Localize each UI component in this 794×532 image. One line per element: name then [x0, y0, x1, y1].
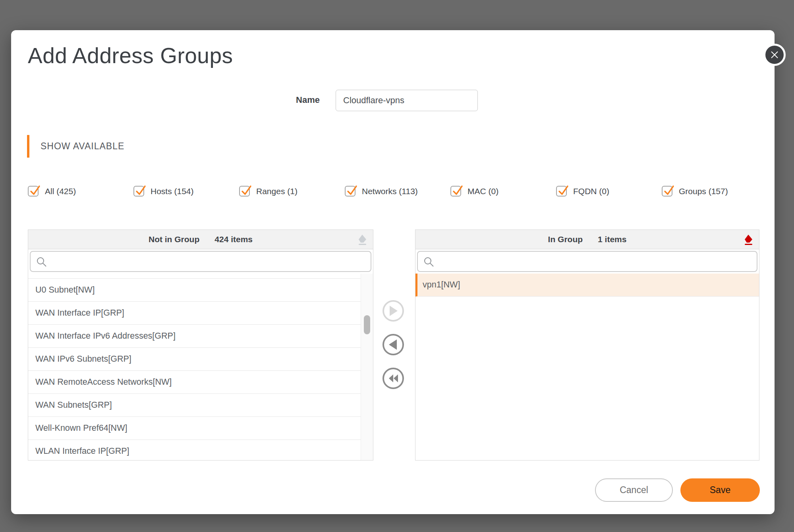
in-group-count: 1 items: [598, 235, 626, 244]
checkmark-icon: [557, 185, 570, 197]
not-in-group-body: U0 Subnet[NW] WAN Interface IP[GRP] WAN …: [28, 249, 373, 461]
list-item[interactable]: WAN Subnets[GRP]: [28, 394, 361, 417]
in-group-body: vpn1[NW]: [415, 249, 759, 461]
name-input[interactable]: [336, 90, 478, 111]
checkbox[interactable]: [556, 186, 567, 197]
filter-checkbox-item[interactable]: Networks (113): [345, 185, 450, 198]
move-all-left-button[interactable]: [383, 368, 404, 389]
list-item-label: Well-Known Pref64[NW]: [35, 423, 127, 433]
type-filter-row: All (425) Hosts (154) Ranges (1): [28, 185, 767, 198]
list-item[interactable]: WAN IPv6 Subnets[GRP]: [28, 348, 361, 371]
list-item-label: U0 Subnet[NW]: [35, 285, 95, 295]
eraser-icon: [743, 234, 753, 245]
in-group-searchbox: [417, 251, 757, 272]
screen-overlay: { "colors": { "accent": "#F8821F", "acce…: [0, 0, 794, 532]
not-in-group-search-input[interactable]: [31, 252, 371, 271]
list-item[interactable]: WLAN Interface IP[GRP]: [28, 440, 361, 460]
clear-not-in-group-button[interactable]: [357, 234, 367, 245]
list-item-label: WAN Subnets[GRP]: [35, 400, 112, 410]
checkbox[interactable]: [662, 186, 672, 197]
arrow-right-icon: [388, 305, 398, 316]
in-group-header: In Group 1 items: [415, 229, 759, 249]
vertical-scrollbar-track[interactable]: [361, 274, 373, 460]
list-item-label: vpn1[NW]: [423, 280, 460, 290]
list-item-label: WAN Interface IPv6 Addresses[GRP]: [35, 331, 176, 341]
double-arrow-left-icon: [388, 374, 399, 383]
checkbox[interactable]: [133, 186, 144, 197]
filter-label: Networks (113): [362, 185, 418, 198]
section-accent-bar: [27, 135, 29, 158]
filter-label: FQDN (0): [573, 185, 609, 198]
checkbox[interactable]: [28, 186, 39, 197]
in-group-list: vpn1[NW]: [415, 274, 759, 460]
checkmark-icon: [346, 185, 359, 197]
filter-label: Ranges (1): [256, 185, 298, 198]
filter-checkbox-item[interactable]: FQDN (0): [556, 185, 662, 198]
checkbox[interactable]: [450, 186, 461, 197]
cancel-button[interactable]: Cancel: [595, 478, 673, 502]
list-item[interactable]: WAN RemoteAccess Networks[NW]: [28, 371, 361, 394]
name-label: Name: [272, 95, 320, 105]
checkmark-icon: [240, 185, 253, 197]
in-group-title: In Group: [548, 235, 583, 244]
transfer-controls: [383, 300, 404, 389]
list-item-label: WAN RemoteAccess Networks[NW]: [35, 377, 172, 387]
filter-checkbox-item[interactable]: Hosts (154): [133, 185, 239, 198]
scrolled-row-sliver: [28, 274, 361, 279]
not-in-group-panel: Not in Group 424 items: [28, 229, 373, 461]
in-group-panel: In Group 1 items: [415, 229, 759, 461]
filter-label: Hosts (154): [151, 185, 194, 198]
move-left-button[interactable]: [383, 334, 404, 355]
arrow-left-icon: [388, 339, 398, 350]
list-item[interactable]: vpn1[NW]: [415, 274, 759, 297]
checkmark-icon: [29, 185, 42, 197]
filter-label: All (425): [45, 185, 76, 198]
list-item[interactable]: U0 Subnet[NW]: [28, 279, 361, 302]
list-item-label: WAN Interface IP[GRP]: [35, 308, 124, 318]
filter-checkbox-item[interactable]: Groups (157): [662, 185, 767, 198]
save-button[interactable]: Save: [680, 478, 760, 502]
checkmark-icon: [135, 185, 147, 197]
checkmark-icon: [452, 185, 464, 197]
list-item-label: WLAN Interface IP[GRP]: [35, 446, 129, 456]
in-group-search-input[interactable]: [418, 252, 757, 271]
section-title: SHOW AVAILABLE: [41, 141, 124, 152]
filter-checkbox-item[interactable]: Ranges (1): [239, 185, 345, 198]
filter-label: Groups (157): [679, 185, 728, 198]
checkbox[interactable]: [345, 186, 355, 197]
not-in-group-list: U0 Subnet[NW] WAN Interface IP[GRP] WAN …: [28, 274, 361, 460]
move-right-button[interactable]: [383, 300, 404, 322]
list-item[interactable]: WAN Interface IP[GRP]: [28, 302, 361, 325]
scrollbar-thumb[interactable]: [364, 315, 370, 334]
page-title: Add Address Groups: [28, 43, 233, 68]
close-button[interactable]: [763, 44, 786, 66]
list-item[interactable]: WAN Interface IPv6 Addresses[GRP]: [28, 325, 361, 348]
filter-label: MAC (0): [468, 185, 498, 198]
close-icon: [770, 50, 779, 60]
list-item[interactable]: Well-Known Pref64[NW]: [28, 417, 361, 440]
not-in-group-searchbox: [30, 251, 371, 272]
not-in-group-header: Not in Group 424 items: [28, 229, 373, 249]
checkmark-icon: [663, 185, 676, 197]
show-available-section-header: SHOW AVAILABLE: [27, 135, 124, 158]
checkbox[interactable]: [239, 186, 250, 197]
filter-checkbox-item[interactable]: All (425): [28, 185, 133, 198]
filter-checkbox-item[interactable]: MAC (0): [450, 185, 556, 198]
clear-in-group-button[interactable]: [743, 234, 753, 245]
not-in-group-title: Not in Group: [149, 235, 199, 244]
add-address-groups-dialog: Add Address Groups Name SHOW AVAILABLE A…: [11, 30, 775, 514]
eraser-icon: [357, 234, 367, 245]
not-in-group-count: 424 items: [214, 235, 253, 244]
list-item-label: WAN IPv6 Subnets[GRP]: [35, 354, 131, 364]
